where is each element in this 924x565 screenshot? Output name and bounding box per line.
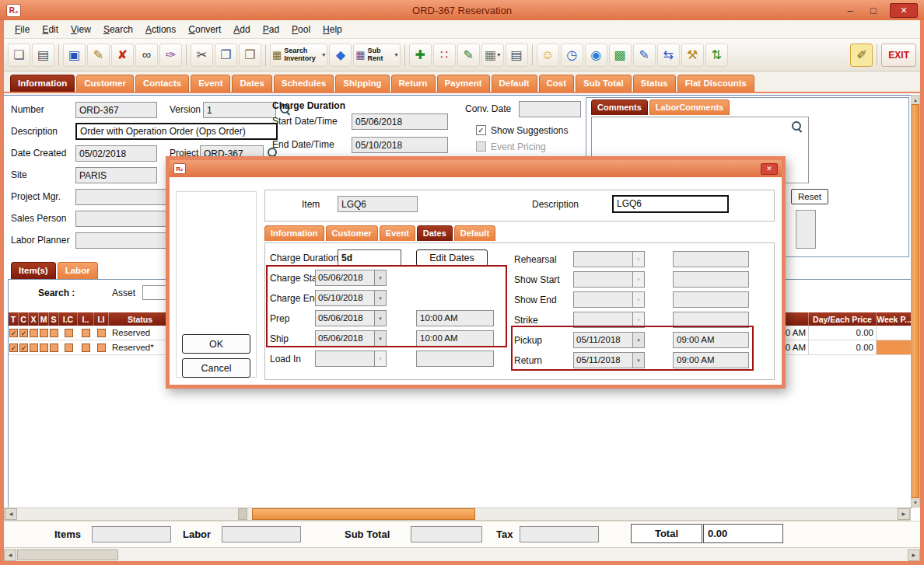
tab-flat-discounts[interactable]: Flat Discounts: [677, 75, 754, 92]
signature-button[interactable]: ✑: [159, 44, 182, 67]
show-start-time-field[interactable]: [673, 271, 749, 288]
tab-return[interactable]: Return: [391, 75, 436, 92]
checkbox[interactable]: [30, 329, 38, 337]
menu-pad[interactable]: Pad: [257, 21, 285, 38]
chevron-down-icon[interactable]: ▾: [375, 270, 387, 286]
exit-button[interactable]: EXIT: [881, 44, 916, 67]
tab-labor[interactable]: Labor: [58, 262, 98, 279]
menu-file[interactable]: File: [9, 21, 36, 38]
edit-dates-button[interactable]: Edit Dates: [416, 249, 488, 267]
vertical-scroll-thumb[interactable]: [912, 104, 919, 498]
search-inventory-button[interactable]: ▦ Search Inventory ▾: [270, 44, 327, 67]
pickup-date-combo[interactable]: 05/11/2018▾: [573, 332, 645, 348]
show-end-time-field[interactable]: [673, 291, 749, 308]
tab-contacts[interactable]: Contacts: [135, 75, 189, 92]
items-total-field[interactable]: [92, 526, 171, 542]
menu-view[interactable]: View: [65, 21, 97, 38]
tax-field[interactable]: [520, 526, 599, 542]
menu-add[interactable]: Add: [227, 21, 256, 38]
clock-button[interactable]: ◷: [561, 44, 583, 67]
charge-start-date-combo[interactable]: 05/06/2018▾: [315, 270, 387, 286]
checkbox[interactable]: [82, 329, 90, 337]
reset-button[interactable]: Reset: [791, 189, 828, 204]
column-splitter[interactable]: [238, 508, 247, 520]
col-header-status[interactable]: Status: [109, 312, 172, 326]
sub-rent-button[interactable]: ▦ Sub Rent ▾: [353, 44, 400, 67]
show-start-date-combo[interactable]: ▾: [573, 271, 645, 288]
dialog-close-button[interactable]: ✕: [761, 163, 778, 175]
chevron-down-icon[interactable]: ▾: [375, 310, 387, 326]
dialog-tab-default[interactable]: Default: [454, 225, 495, 241]
chevron-down-icon[interactable]: ▾: [375, 351, 387, 367]
tab-comments[interactable]: Comments: [591, 99, 648, 115]
labor-planner-field[interactable]: [75, 232, 169, 249]
table-row-right[interactable]: 0 AM 0.00: [782, 326, 912, 340]
pickup-time-field[interactable]: 09:00 AM: [673, 332, 749, 348]
tab-labor-comments[interactable]: LaborComments: [649, 99, 730, 115]
horizontal-scroll-thumb[interactable]: [252, 508, 475, 520]
gavel-button[interactable]: ⚒: [681, 44, 704, 67]
ship-date-combo[interactable]: 05/06/2018▾: [315, 330, 387, 347]
ok-button[interactable]: OK: [182, 334, 250, 354]
dialog-tab-dates[interactable]: Dates: [417, 225, 453, 241]
tab-default[interactable]: Default: [492, 75, 537, 92]
charge-duration-field[interactable]: 5d: [338, 249, 401, 266]
tab-payment[interactable]: Payment: [437, 75, 490, 92]
col-header-x[interactable]: X: [29, 312, 39, 326]
menu-edit[interactable]: Edit: [36, 21, 65, 38]
delete-button[interactable]: ✘: [111, 44, 134, 67]
dialog-tab-customer[interactable]: Customer: [326, 225, 378, 241]
package-button[interactable]: ⇅: [705, 44, 728, 67]
dialog-tab-information[interactable]: Information: [264, 225, 324, 241]
scroll-up-arrow[interactable]: ▲: [912, 96, 919, 104]
strike-time-field[interactable]: [673, 312, 749, 328]
chevron-down-icon[interactable]: ▾: [322, 51, 325, 58]
disk-button[interactable]: ◉: [585, 44, 607, 67]
col-header-t[interactable]: T: [9, 312, 19, 326]
cube-button[interactable]: ▩: [609, 44, 632, 67]
pad-button[interactable]: ▦▾: [481, 44, 504, 67]
col-header-m[interactable]: M: [39, 312, 49, 326]
strike-date-combo[interactable]: ▾: [573, 312, 645, 328]
chevron-down-icon[interactable]: ▾: [633, 352, 645, 368]
sales-person-field[interactable]: [75, 211, 169, 227]
checkbox-checked[interactable]: ✓: [19, 329, 28, 337]
charge-end-date-combo[interactable]: 05/10/2018▾: [315, 290, 387, 306]
notepad-button[interactable]: ✎: [633, 44, 656, 67]
table-row[interactable]: ✓ ✓ Reserved: [9, 326, 172, 340]
wand-button[interactable]: ✐: [850, 44, 873, 67]
menu-search[interactable]: Search: [97, 21, 139, 38]
cut-button[interactable]: ✂: [191, 44, 213, 67]
date-created-field[interactable]: 05/02/2018: [75, 145, 157, 162]
tab-cost[interactable]: Cost: [539, 75, 575, 92]
col-header-day-each-price[interactable]: Day/Each Price: [809, 312, 877, 326]
tab-sub-total[interactable]: Sub Total: [576, 75, 632, 92]
return-time-field[interactable]: 09:00 AM: [673, 352, 749, 368]
chevron-down-icon[interactable]: ▾: [633, 271, 645, 288]
tab-dates[interactable]: Dates: [232, 75, 271, 92]
checkbox-checked[interactable]: ✓: [9, 329, 18, 337]
pool-balls-button[interactable]: ∷: [433, 44, 456, 67]
add-item-button[interactable]: ✚: [409, 44, 432, 67]
scroll-down-arrow[interactable]: ▼: [912, 498, 919, 507]
chevron-down-icon[interactable]: ▾: [633, 291, 645, 308]
scroll-right-arrow[interactable]: ►: [908, 549, 920, 561]
find-button[interactable]: ∞: [135, 44, 158, 67]
chevron-down-icon[interactable]: ▾: [497, 51, 500, 58]
checkbox[interactable]: [65, 344, 73, 352]
print-preview-button[interactable]: ▤: [506, 44, 528, 67]
horizontal-scroll-thumb[interactable]: [17, 549, 118, 560]
table-horizontal-scrollbar[interactable]: ◄ ►: [4, 507, 911, 521]
comments-side-field[interactable]: [796, 210, 816, 249]
chevron-down-icon[interactable]: ▾: [395, 51, 398, 58]
menu-help[interactable]: Help: [317, 21, 348, 38]
tab-schedules[interactable]: Schedules: [274, 75, 334, 92]
labor-total-field[interactable]: [222, 526, 301, 542]
chevron-down-icon[interactable]: ▾: [375, 330, 387, 347]
menu-actions[interactable]: Actions: [139, 21, 182, 38]
checkbox-checked[interactable]: ✓: [19, 344, 28, 352]
checkbox[interactable]: [40, 344, 48, 352]
item-description-field[interactable]: LGQ6: [612, 195, 729, 213]
rehearsal-time-field[interactable]: [673, 251, 749, 267]
rehearsal-date-combo[interactable]: ▾: [573, 251, 645, 267]
